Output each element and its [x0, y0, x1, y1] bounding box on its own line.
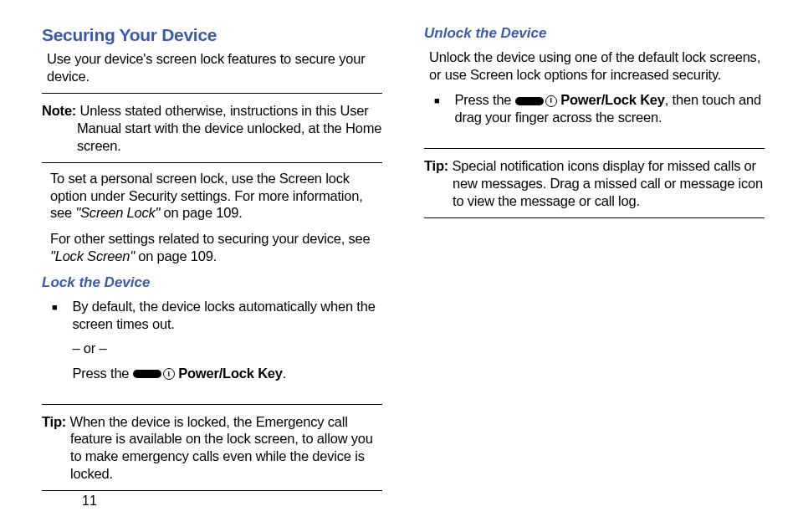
bullet-text: By default, the device locks automatical… [72, 298, 382, 333]
unlock-intro: Unlock the device using one of the defau… [429, 49, 765, 83]
intro-text: Use your device's screen lock features t… [47, 50, 382, 84]
circle-icon: I [163, 368, 175, 380]
key-label: Power/Lock Key [560, 92, 665, 107]
divider [424, 148, 765, 149]
reference-lock-screen: "Lock Screen" [50, 248, 135, 263]
power-lock-key-icon: I [133, 368, 175, 380]
divider [42, 490, 382, 491]
bullet-body: Press the I Power/Lock Key, then touch a… [454, 91, 765, 133]
tip-label: Tip: [42, 414, 66, 429]
pill-icon [515, 97, 544, 105]
circle-icon: I [545, 95, 557, 107]
power-lock-key-icon: I [515, 95, 557, 107]
text: For other settings related to securing y… [50, 231, 370, 246]
tip-body: When the device is locked, the Emergency… [66, 414, 373, 481]
text: on page 109. [160, 205, 242, 220]
divider [42, 404, 382, 405]
reference-screen-lock: "Screen Lock" [75, 205, 160, 220]
bullet-body: By default, the device locks automatical… [72, 298, 382, 388]
screen-lock-para: To set a personal screen lock, use the S… [50, 170, 382, 222]
bullet-icon: ■ [52, 298, 57, 388]
text: Press the [454, 92, 514, 107]
text: on page 109. [135, 248, 217, 263]
divider [42, 162, 382, 163]
lock-screen-para: For other settings related to securing y… [50, 230, 382, 264]
tip-label: Tip: [424, 158, 448, 173]
or-separator: – or – [72, 340, 382, 357]
heading-securing: Securing Your Device [42, 25, 382, 45]
note-body: Unless stated otherwise, instructions in… [76, 103, 381, 152]
tip-body: Special notification icons display for m… [448, 158, 763, 207]
left-column: Securing Your Device Use your device's s… [42, 25, 382, 498]
heading-unlock-device: Unlock the Device [424, 25, 765, 42]
right-column: Unlock the Device Unlock the device usin… [424, 25, 765, 498]
bullet-lock: ■ By default, the device locks automatic… [52, 298, 382, 388]
page-number: 11 [82, 494, 97, 509]
text: Press the [72, 366, 132, 381]
note-label: Note: [42, 103, 76, 118]
tip-block-unlock: Tip: Special notification icons display … [424, 156, 765, 211]
bullet-icon: ■ [434, 91, 439, 133]
divider [424, 217, 765, 218]
press-instruction: Press the I Power/Lock Key, then touch a… [454, 91, 765, 126]
bullet-unlock: ■ Press the I Power/Lock Key, then touch… [434, 91, 765, 133]
tip-block-lock: Tip: When the device is locked, the Emer… [42, 412, 382, 484]
heading-lock-device: Lock the Device [42, 274, 382, 291]
pill-icon [133, 370, 161, 378]
press-instruction: Press the I Power/Lock Key. [72, 365, 382, 382]
text: . [283, 366, 286, 381]
key-label: Power/Lock Key [178, 366, 283, 381]
page-layout: Securing Your Device Use your device's s… [0, 0, 798, 498]
divider [42, 93, 382, 94]
note-block: Note: Unless stated otherwise, instructi… [42, 100, 382, 156]
